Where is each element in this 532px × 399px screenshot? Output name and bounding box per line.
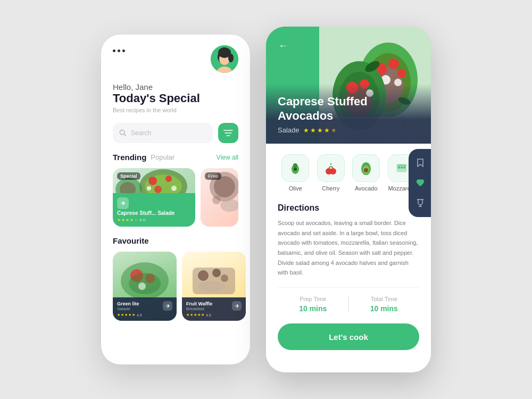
svg-point-16 [171, 186, 177, 191]
card-rating: 4.0 [139, 218, 145, 222]
left-header [113, 45, 238, 73]
fav1-rating: 4.9 [137, 313, 142, 317]
view-all-button[interactable]: View all [217, 154, 238, 161]
trophy-icon[interactable] [415, 198, 426, 209]
fav2-row: Fruit Waffle Breakfast [186, 301, 242, 312]
svg-point-13 [148, 177, 157, 185]
fav2-arrow-icon [235, 304, 239, 308]
cook-button-label: Let's cook [329, 332, 368, 342]
directions-text: Scoop out avocados, leaving a small bord… [278, 218, 419, 278]
avatar[interactable] [211, 45, 238, 73]
popular-label: Popular [151, 153, 174, 161]
fav2-type: Breakfast [186, 306, 212, 311]
filter-button[interactable] [218, 123, 238, 143]
greeting-section: Hello, Jane Today's Special Best recipes… [113, 82, 238, 113]
hero-image: Caprese Stuffed Avocados Salade ★ ★ ★ ★ … [266, 27, 431, 144]
svg-point-23 [212, 196, 221, 204]
total-label: Total Time [349, 296, 420, 302]
total-value: 10 mins [349, 304, 420, 313]
svg-point-54 [294, 168, 297, 171]
svg-point-60 [364, 168, 368, 172]
back-button[interactable]: ← [276, 38, 290, 53]
right-sidebar [409, 149, 431, 217]
svg-point-64 [403, 167, 405, 169]
filter-icon [223, 129, 233, 137]
left-phone: Hello, Jane Today's Special Best recipes… [101, 35, 250, 364]
trend-card-name: Caprese Stuff... Salade [117, 210, 191, 217]
fav2-info: Fruit Waffle Breakfast [186, 301, 212, 312]
right-body: Olive Cherry [266, 144, 431, 361]
card-arrow [117, 197, 129, 209]
bookmark-icon[interactable] [415, 157, 426, 168]
svg-point-56 [330, 168, 336, 174]
cook-button[interactable]: Let's cook [278, 323, 419, 350]
ingredient-cherry: Cherry [317, 154, 345, 192]
search-row: Search [113, 123, 238, 143]
fav1-type: Salade [117, 306, 139, 311]
svg-point-63 [401, 167, 403, 169]
prep-label: Prep Time [278, 296, 348, 302]
svg-point-4 [228, 54, 234, 62]
ingredient-olive: Olive [281, 154, 309, 192]
card-overlay: Caprese Stuff... Salade ★ ★ ★ ★ ★ 4.0 [113, 193, 195, 227]
mozzarela-icon [394, 161, 409, 176]
fav2-stars: ★ ★ ★ ★ ★ 4.9 [186, 313, 242, 317]
fav1-row: Green lite Salade [117, 301, 172, 312]
svg-point-27 [129, 273, 161, 294]
svg-point-62 [398, 167, 400, 169]
svg-point-30 [198, 270, 209, 281]
fav2-arrow[interactable] [232, 301, 242, 311]
svg-point-40 [397, 69, 406, 78]
directions-title: Directions [278, 203, 419, 213]
trending-card-small[interactable]: Free [201, 168, 238, 227]
search-placeholder: Search [131, 129, 151, 137]
search-icon [119, 129, 127, 137]
right-phone: Caprese Stuffed Avocados Salade ★ ★ ★ ★ … [266, 27, 431, 372]
favourite-title: Favourite [113, 236, 149, 245]
svg-point-15 [154, 186, 162, 193]
fav1-stars: ★ ★ ★ ★ ★ 4.9 [117, 313, 172, 317]
fav-card-2-overlay: Fruit Waffle Breakfast ★ ★ ★ ★ [182, 297, 246, 321]
fav-card-2[interactable]: Fruit Waffle Breakfast ★ ★ ★ ★ [182, 252, 246, 321]
fav1-arrow-icon [165, 304, 170, 308]
favourite-cards: Green lite Salade ★ ★ ★ ★ [113, 252, 238, 321]
menu-dots[interactable] [113, 49, 125, 52]
avatar-svg [211, 45, 238, 73]
recipe-title: Caprese Stuffed Avocados [278, 95, 419, 123]
svg-point-31 [212, 269, 221, 277]
header-overlay: Caprese Stuffed Avocados Salade ★ ★ ★ ★ … [266, 84, 431, 144]
cherry-icon [323, 161, 338, 176]
cherry-icon-box [317, 154, 345, 182]
svg-rect-65 [397, 164, 406, 167]
prep-value: 10 mins [278, 304, 348, 313]
dot-2 [118, 49, 120, 52]
svg-line-7 [124, 135, 126, 136]
svg-point-53 [293, 163, 297, 168]
ingredient-avocado: Avocado [352, 154, 380, 192]
arrow-icon [120, 201, 126, 206]
fav1-info: Green lite Salade [117, 301, 139, 312]
trending-title: Trending [113, 153, 146, 162]
page-title: Today's Special [113, 92, 238, 105]
prep-time: Prep Time 10 mins [278, 296, 348, 313]
svg-point-33 [198, 281, 225, 292]
avocado-icon-box [352, 154, 380, 182]
heart-icon[interactable] [415, 178, 426, 188]
avocado-icon [359, 161, 373, 176]
fav1-arrow[interactable] [163, 301, 172, 311]
svg-point-17 [147, 186, 151, 190]
trending-cards: Special Caprese Stuff... Salade ★ ★ ★ ★ [113, 168, 238, 227]
special-badge: Special [117, 172, 140, 180]
trending-card-main[interactable]: Special Caprese Stuff... Salade ★ ★ ★ ★ [113, 168, 195, 227]
svg-point-14 [165, 176, 172, 182]
dot-1 [113, 49, 115, 52]
fav-card-1[interactable]: Green lite Salade ★ ★ ★ ★ [113, 252, 177, 321]
svg-point-39 [388, 59, 399, 69]
card-stars: ★ ★ ★ ★ ★ 4.0 [117, 218, 191, 222]
favourite-header: Favourite [113, 236, 238, 245]
fav2-name: Fruit Waffle [186, 301, 212, 307]
fav2-rating: 4.9 [206, 313, 211, 317]
search-bar[interactable]: Search [113, 123, 213, 143]
svg-point-32 [221, 275, 228, 282]
ingredients-row: Olive Cherry [278, 154, 419, 192]
